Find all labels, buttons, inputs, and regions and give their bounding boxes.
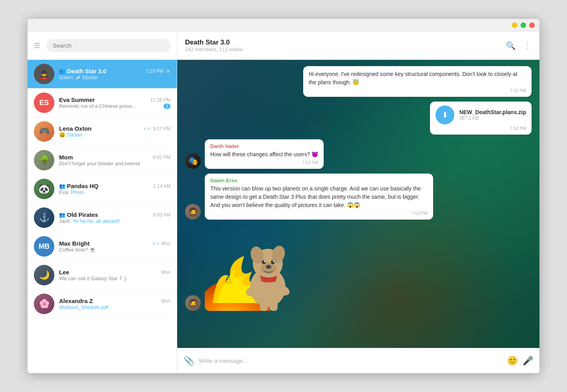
chat-time-lena: 9:17 PM <box>153 126 170 131</box>
message-input-area: 📎 🙂 🎤 <box>177 348 539 373</box>
chat-info-eva: Eva Summer 11:28 PM Reminds me of a Chin… <box>59 96 170 109</box>
message-sender-galen: Galen Erso <box>210 178 428 183</box>
chat-preview-ds: Galen: 🌶 Sticker <box>59 74 170 80</box>
chat-info-lee: Lee Mon We can call it Galaxy Star 7 ;) <box>59 269 170 281</box>
chat-info-max: Max Bright ✓✓ Mon Coffee time? ☕ <box>59 240 170 253</box>
file-info: NEW_DeathStar.plans.zip 387.1 KB <box>459 109 526 121</box>
maximize-button[interactable]: □ <box>521 22 526 28</box>
chat-time-ds: 7:15 PM <box>146 68 163 74</box>
svg-point-10 <box>266 265 271 269</box>
chat-item-alexandra[interactable]: 🌸 Alexandra Z Mon Workout_Shedule.pdf <box>28 290 177 318</box>
message-input[interactable] <box>199 357 502 364</box>
search-input[interactable] <box>46 39 170 52</box>
chat-info-pandas: 👥 Pandas HQ 1:14 AM Eva: Photo <box>59 183 170 195</box>
chat-name-eva: Eva Summer <box>59 96 95 103</box>
avatar-lee: 🌙 <box>34 265 54 285</box>
chat-info-lena: Lena Oxton ✓✓ 9:17 PM 😃 Sticker <box>59 125 170 138</box>
chat-preview-pandas: Eva: Photo <box>59 189 170 195</box>
chat-info-alexandra: Alexandra Z Mon Workout_Shedule.pdf <box>59 298 170 310</box>
message-row-2: ⬇ NEW_DeathStar.plans.zip 387.1 KB 7:52 … <box>185 102 532 135</box>
chat-name-alexandra: Alexandra Z <box>59 298 93 304</box>
chat-item-lee[interactable]: 🌙 Lee Mon We can call it Galaxy Star 7 ;… <box>28 261 177 290</box>
avatar-eva: ES <box>34 92 54 113</box>
chat-time-alexandra: Mon <box>161 298 170 304</box>
chat-item-pirates[interactable]: ⚓ 👥 Old Pirates 0:02 AM Jack: Yo-ho-ho, … <box>28 203 177 232</box>
message-text-3: How will these changes affect the users?… <box>210 150 318 159</box>
avatar-galen: 🧔 <box>185 204 201 220</box>
messages-area: Hi everyone. I've redesigned some key st… <box>177 60 539 348</box>
chat-time-eva: 11:28 PM <box>150 97 170 103</box>
avatar-galen-sticker: 🧔 <box>185 295 201 311</box>
chat-name-death-star: 👥 Death Star 3.0 <box>59 68 106 74</box>
group-icon-ds: 👥 <box>59 68 65 74</box>
message-time-4: 7:53 PM <box>210 211 428 216</box>
chat-name-pirates: 👥 Old Pirates <box>59 211 98 218</box>
chat-item-mom[interactable]: 🌳 Mom 8:02 PM Don't forget your blaster … <box>28 146 177 175</box>
message-text-1: Hi everyone. I've redesigned some key st… <box>309 70 526 87</box>
message-sender-vader: Darth Vader <box>210 143 318 149</box>
read-icon-max: ✓✓ <box>152 241 160 246</box>
chat-item-death-star[interactable]: 💂 👥 Death Star 3.0 7:15 PM ✈ <box>28 60 177 89</box>
chat-item-eva-summer[interactable]: ES Eva Summer 11:28 PM Reminds me of a C… <box>28 89 177 117</box>
chat-time-pandas: 1:14 AM <box>153 183 170 189</box>
avatar-alexandra: 🌸 <box>34 294 54 314</box>
chat-preview-lee: We can call it Galaxy Star 7 ;) <box>59 276 170 281</box>
voice-icon[interactable]: 🎤 <box>523 356 533 366</box>
chat-name-max: Max Bright <box>59 240 90 247</box>
minimize-button[interactable]: — <box>512 22 517 28</box>
file-bubble: ⬇ NEW_DeathStar.plans.zip 387.1 KB <box>435 105 526 124</box>
chat-list: 💂 👥 Death Star 3.0 7:15 PM ✈ <box>28 60 177 373</box>
message-bubble-2: ⬇ NEW_DeathStar.plans.zip 387.1 KB 7:52 … <box>430 102 532 135</box>
message-time-3: 7:53 PM <box>210 160 318 165</box>
file-name: NEW_DeathStar.plans.zip <box>459 109 526 115</box>
svg-point-6 <box>262 260 266 264</box>
chat-title: Death Star 3.0 <box>185 39 243 46</box>
chat-time-max: Mon <box>161 241 170 246</box>
svg-point-9 <box>273 261 274 262</box>
chat-info-death-star: 👥 Death Star 3.0 7:15 PM ✈ Galen: 🌶 Stic… <box>59 68 170 80</box>
unread-badge-eva: 2 <box>163 104 170 109</box>
message-row-4: 🧔 Galen Erso This version can blow up tw… <box>185 174 532 220</box>
chat-preview-eva: Reminds me of a Chinese prove... 2 <box>59 103 170 109</box>
chat-preview-mom: Don't forget your blaster and helmet <box>59 161 170 166</box>
menu-icon[interactable]: ☰ <box>34 41 40 50</box>
avatar-vader: 🎭 <box>185 153 201 169</box>
message-bubble-1: Hi everyone. I've redesigned some key st… <box>303 66 532 97</box>
message-text-4: This version can blow up two planets on … <box>210 185 428 209</box>
message-bubble-3: Darth Vader How will these changes affec… <box>205 139 324 169</box>
chat-subtitle: 242 members, 112 online <box>185 46 243 52</box>
sent-icon-ds: ✈ <box>166 68 170 74</box>
chat-time-pirates: 0:02 AM <box>153 212 170 218</box>
sticker-container <box>205 224 299 311</box>
svg-point-7 <box>271 260 275 264</box>
message-row-3: 🎭 Darth Vader How will these changes aff… <box>185 139 532 169</box>
avatar-pandas: 🐼 <box>34 179 54 199</box>
avatar-death-star: 💂 <box>34 64 54 84</box>
chat-header: Death Star 3.0 242 members, 112 online 🔍… <box>177 31 539 60</box>
avatar-pirates: ⚓ <box>34 207 54 228</box>
app-body: ☰ 💂 👥 Death Star 3.0 7:15 PM <box>28 31 539 373</box>
chat-header-actions: 🔍 ⋮ <box>506 41 532 50</box>
chat-time-mom: 8:02 PM <box>153 155 170 160</box>
group-icon-op: 👥 <box>59 212 65 218</box>
close-button[interactable]: × <box>529 22 535 28</box>
avatar-lena: 🎮 <box>34 121 54 142</box>
message-bubble-4: Galen Erso This version can blow up two … <box>205 174 433 220</box>
chat-preview-lena: 😃 Sticker <box>59 132 170 138</box>
more-options-icon[interactable]: ⋮ <box>524 41 532 50</box>
chat-info-mom: Mom 8:02 PM Don't forget your blaster an… <box>59 154 170 166</box>
chat-info-pirates: 👥 Old Pirates 0:02 AM Jack: Yo-ho-ho, al… <box>59 211 170 224</box>
attachment-icon[interactable]: 📎 <box>183 356 194 366</box>
avatar-mom: 🌳 <box>34 150 54 170</box>
chat-name-pandas: 👥 Pandas HQ <box>59 183 98 189</box>
chat-item-lena[interactable]: 🎮 Lena Oxton ✓✓ 9:17 PM 😃 Sticker <box>28 117 177 146</box>
messages-content: Hi everyone. I've redesigned some key st… <box>185 66 532 311</box>
sidebar: ☰ 💂 👥 Death Star 3.0 7:15 PM <box>28 31 177 373</box>
chat-item-pandas[interactable]: 🐼 👥 Pandas HQ 1:14 AM Eva: Photo <box>28 175 177 203</box>
chat-item-max[interactable]: MB Max Bright ✓✓ Mon Coffee time? ☕ <box>28 232 177 261</box>
emoji-icon[interactable]: 🙂 <box>507 356 518 366</box>
file-download-icon[interactable]: ⬇ <box>435 105 454 124</box>
search-chat-icon[interactable]: 🔍 <box>506 41 516 50</box>
chat-time-lee: Mon <box>161 270 170 275</box>
chat-name-lee: Lee <box>59 269 69 276</box>
